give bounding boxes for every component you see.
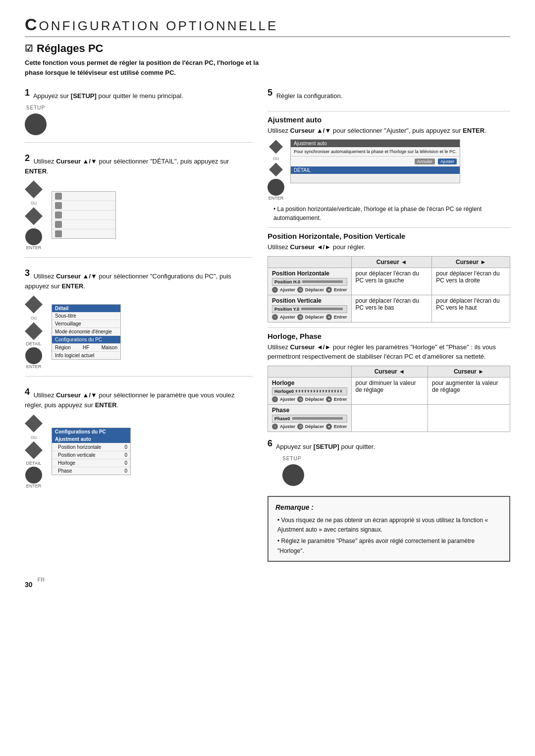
pos-v-controls: ○Ajuster ◇Déplacer ●Entrer — [272, 314, 347, 320]
nav-buttons-4: ou DÉTAIL ENTER — [25, 414, 43, 488]
horloge-row-header: Horloge Horloge 0 ○Ajuster ◇Déplacer ●En… — [268, 377, 352, 404]
table-header-right: Curseur ► — [432, 256, 510, 268]
ajustment-menu: Ajustment auto Pour synchroniser automat… — [290, 139, 460, 183]
setup-button — [25, 113, 47, 135]
menu-row-info: Info logiciel actuel — [52, 352, 120, 359]
horloge-left: pour diminuer la valeur de réglage — [351, 377, 428, 404]
horloge-table: Curseur ◄ Curseur ► Horloge Horloge 0 — [268, 366, 510, 432]
up-arrow-ajust — [269, 140, 283, 154]
intro-text: Cette fonction vous permet de régler la … — [25, 58, 263, 77]
menu-row — [52, 201, 115, 211]
up-arrow — [25, 180, 43, 198]
ajustment-menu-header: Ajustment auto — [291, 140, 460, 147]
remarque-item-2: Réglez le paramètre "Phase" après avoir … — [277, 537, 502, 555]
ajuster-button[interactable]: Ajuster — [438, 159, 457, 164]
footer: 30 FR — [25, 571, 510, 589]
ou-label-2: ou — [31, 200, 37, 206]
section-heading: Réglages PC — [37, 42, 104, 55]
step-3-text: 3 Utilisez Curseur ▲/▼ pour sélectionner… — [25, 267, 253, 291]
enter-button-ajust — [268, 179, 284, 196]
config-pc-menu: Configurations du PC Ajustment auto Posi… — [52, 428, 131, 475]
page-header-title: CONFIGURATION OPTIONNELLE — [25, 18, 278, 33]
menu-row — [52, 192, 115, 201]
pos-h-left: pour déplacer l'écran du PC vers la gauc… — [351, 268, 432, 295]
menu-icon — [55, 230, 62, 237]
pos-h-screen: Position H. 0 — [272, 278, 347, 286]
down-arrow — [25, 207, 43, 225]
down-arrow — [25, 441, 43, 459]
menu-row — [52, 220, 115, 229]
right-column: 5 Régler la configuration. Ajustment aut… — [268, 86, 510, 562]
detail-menu-header: Détail — [52, 305, 120, 312]
horloge-table-header-empty — [268, 366, 352, 377]
config-pc-row-pos-v: Position verticale0 — [52, 451, 130, 459]
ajustment-text: Utilisez Curseur ▲/▼ pour sélectionner "… — [268, 126, 510, 136]
ajustment-spacer — [291, 174, 460, 183]
enter-button-3 — [25, 347, 42, 364]
pos-h-header: Position Horizontale Position H. 0 ○Ajus… — [268, 268, 352, 295]
nav-buttons-ajust: ou ENTER — [268, 139, 284, 201]
step-4-text: 4 Utilisez Curseur ▲/▼ pour sélectionner… — [25, 385, 253, 410]
detail-menu-3: Détail Sous-titre Verrouillage Mode écon… — [52, 304, 121, 360]
position-table: Curseur ◄ Curseur ► Position Horizontale… — [268, 256, 510, 323]
down-arrow-ajust — [269, 162, 283, 176]
up-arrow — [25, 295, 43, 313]
step-6-text: 6 Appuyez sur [SETUP] pour quitter. — [268, 437, 510, 452]
lang-label: FR — [38, 577, 45, 583]
step-6-visual: SETUP — [282, 456, 510, 486]
table-row-pos-v: Position Verticale Position Y. 0 ○Ajuste… — [268, 295, 510, 322]
nav-buttons-3: ou DÉTAIL ENTER — [25, 295, 43, 369]
menu-icon — [55, 193, 62, 200]
config-pc-row-phase: Phase0 — [52, 467, 130, 475]
phase-right — [428, 404, 510, 432]
horloge-controls: ○Ajuster ◇Déplacer ●Entrer — [272, 396, 347, 402]
step-5: 5 Régler la configuration. — [268, 86, 510, 101]
two-col-layout: 1 Appuyez sur [SETUP] pour quitter le me… — [25, 86, 510, 562]
ajustment-title: Ajustment auto — [268, 111, 510, 124]
table-row-pos-h: Position Horizontale Position H. 0 ○Ajus… — [268, 268, 510, 295]
pos-v-right: pour déplacer l'écran du PC vers le haut — [432, 295, 510, 322]
horloge-title: Horloge, Phase — [268, 327, 510, 340]
page-header: CONFIGURATION OPTIONNELLE — [25, 15, 510, 37]
ajustment-menu-desc: Pour synchroniser automatiquement la pha… — [291, 147, 460, 157]
horloge-screen: Horloge 0 — [272, 387, 347, 395]
ou-label-4: ou — [31, 434, 37, 440]
config-pc-menu-header: Configurations du PC — [52, 428, 130, 435]
ajustment-bullet: La position horizontale/verticale, l'hor… — [273, 205, 510, 222]
step-3-visual: ou DÉTAIL ENTER Détail Sous-titre Verrou… — [25, 295, 253, 369]
annuler-button[interactable]: Annuler — [415, 159, 435, 164]
menu-icon — [55, 221, 62, 228]
pos-v-left: pour déplacer l'écran du PC vers le bas — [351, 295, 432, 322]
step-4: 4 Utilisez Curseur ▲/▼ pour sélectionner… — [25, 385, 253, 495]
section-title: ☑ Réglages PC — [25, 42, 510, 55]
enter-button-2 — [25, 228, 42, 245]
step-5-text: 5 Régler la configuration. — [268, 86, 510, 101]
step-6: 6 Appuyez sur [SETUP] pour quitter. SETU… — [268, 437, 510, 486]
pos-v-screen: Position Y. 0 — [272, 305, 347, 313]
ou-label-3: ou — [31, 315, 37, 321]
up-arrow — [25, 415, 43, 432]
menu-row — [52, 211, 115, 220]
table-header-empty — [268, 256, 352, 268]
remarque-box: Remarque : Vous risquez de ne pas obteni… — [268, 496, 510, 562]
menu-row-verrouillage: Verrouillage — [52, 320, 120, 328]
horloge-right: pour augmenter la valeur de réglage — [428, 377, 510, 404]
step-2-text: 2 Utilisez Curseur ▲/▼ pour sélectionner… — [25, 152, 253, 176]
menu-row — [52, 229, 115, 238]
remarque-title: Remarque : — [275, 502, 502, 513]
checkbox-icon: ☑ — [25, 43, 33, 54]
setup-label-6: SETUP — [282, 456, 301, 461]
menu-row-mode-economie: Mode économie d'énergie — [52, 328, 120, 336]
ajustment-menu-buttons: Annuler Ajuster — [291, 157, 460, 166]
menu-row-sous-titre: Sous-titre — [52, 312, 120, 320]
table-row-phase: Phase Phase 0 ○Ajuster ◇Déplacer ●Entrer — [268, 404, 510, 432]
phase-screen: Phase 0 — [272, 415, 347, 423]
setup-label: SETUP — [26, 105, 45, 110]
nav-buttons-2: ou ENTER — [25, 180, 43, 250]
position-text: Utilisez Curseur ◄/► pour régler. — [268, 242, 510, 252]
phase-controls: ○Ajuster ◇Déplacer ●Entrer — [272, 424, 347, 430]
horloge-text: Utilisez Curseur ◄/► pour régler les par… — [268, 342, 510, 362]
menu-icon — [55, 202, 62, 209]
menu-row-region: RégionHFMaison — [52, 344, 120, 352]
step-2-visual: ou ENTER — [25, 180, 253, 250]
